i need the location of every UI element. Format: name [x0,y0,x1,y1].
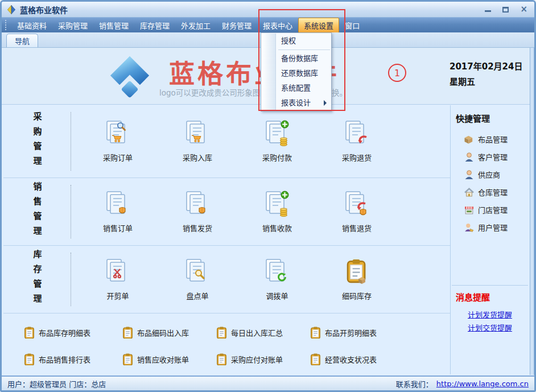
shortcut-piece-stock[interactable]: 细码库存 [317,258,397,301]
menu-item-system-config[interactable]: 系统配置 [261,81,331,96]
quick-fabric-management[interactable]: 布品管理 [451,130,530,148]
quick-item-label: 供应商 [478,169,500,180]
supplier-icon [464,170,474,179]
quick-item-label: 用户管理 [478,222,508,233]
fabric-box-icon [464,135,474,144]
system-settings-dropdown: 授权 备份数据库 还原数据库 系统配置 报表设计 [261,32,332,112]
window-title: 蓝格布业软件 [20,4,68,15]
section-inventory: 库存管理 开剪单 盘点单 调拨单 细码库存 [3,246,450,313]
tab-navigation[interactable]: 导航 [6,34,38,47]
shortcut-cutting-order[interactable]: 开剪单 [78,258,158,301]
doc-scissors-icon [104,258,131,286]
menu-inventory[interactable]: 库存管理 [134,18,175,33]
quick-store-management[interactable]: 门店管理 [451,201,530,218]
shortcut-label: 盘点单 [186,290,208,301]
quick-user-management[interactable]: 用户管理 [451,218,530,236]
shortcut-sales-order[interactable]: 销售订单 [78,191,158,233]
doc-payment-icon [263,191,291,218]
quick-item-label: 客户管理 [478,151,508,162]
contact-label: 联系我们： [396,378,433,389]
section-label: 销售管理 [31,182,43,241]
quick-item-label: 仓库管理 [478,187,508,197]
report-icon [217,353,226,365]
report-sales-ranking[interactable]: 布品销售排行表 [24,346,123,373]
submenu-arrow-icon [324,100,327,106]
shortcut-purchase-return[interactable]: 采购退货 [317,120,397,163]
quick-panel-title: 快捷管理 [456,112,490,124]
app-window: 蓝格布业软件 × 基础资料 采购管理 销售管理 库存管理 外发加工 财务管理 报… [0,0,536,392]
menu-item-authorization[interactable]: 授权 [261,34,331,48]
report-label: 布品开剪明细表 [325,327,377,338]
quick-customer-management[interactable]: 客户管理 [451,148,530,166]
shortcut-transfer-order[interactable]: 调拨单 [237,258,317,301]
report-stock-detail[interactable]: 布品库存明细表 [24,319,123,346]
website-link[interactable]: http://www.lange.com.cn [436,379,529,388]
quick-item-label: 布品管理 [478,134,508,145]
shortcut-sales-return[interactable]: 销售退货 [317,191,397,233]
dropdown-separator [278,49,330,50]
shortcut-label: 采购订单 [103,152,133,163]
scrollbar[interactable] [530,48,534,375]
quick-supplier[interactable]: 供应商 [451,166,530,183]
app-logo-icon [6,5,17,15]
report-label: 销售应收对账单 [137,354,189,365]
menu-item-restore-database[interactable]: 还原数据库 [261,66,331,81]
report-income-expense[interactable]: 经营收支状况表 [311,346,440,373]
section-purchase: 采购管理 采购订单 采购入库 采购付款 采购退货 [3,105,450,178]
doc-search-icon [184,258,211,286]
menu-bar: 基础资料 采购管理 销售管理 库存管理 外发加工 财务管理 报表中心 系统设置 … [2,18,534,32]
doc-package-icon [104,191,131,218]
report-label: 布品细码出入库 [137,327,189,338]
report-payable-statement[interactable]: 采购应付对账单 [217,346,311,373]
menu-system-settings[interactable]: 系统设置 [298,18,339,33]
tab-label: 导航 [15,35,30,46]
menu-item-report-design[interactable]: 报表设计 [261,96,331,110]
annotation-circle: 1 [388,64,406,82]
menu-item-label: 系统配置 [281,84,311,92]
minimize-button[interactable] [485,7,491,12]
doc-return-icon [343,120,370,147]
quick-warehouse-management[interactable]: 仓库管理 [451,183,530,201]
report-piece-inout[interactable]: 布品细码出入库 [123,319,217,346]
shortcut-label: 调拨单 [266,290,288,301]
doc-cart-search-icon [104,120,131,147]
shortcut-sales-delivery[interactable]: 销售发货 [158,191,237,233]
menu-window[interactable]: 窗口 [339,18,365,33]
annotation-number: 1 [394,68,400,79]
report-cutting-detail[interactable]: 布品开剪明细表 [311,319,440,346]
shortcut-stocktake[interactable]: 盘点单 [158,258,237,301]
quick-panel: 快捷管理 布品管理 客户管理 供应商 仓库管理 门店管理 用户管理 消息提醒 计… [450,105,530,374]
shortcut-label: 销售订单 [103,222,133,233]
report-daily-inout[interactable]: 每日出入库汇总 [217,319,311,346]
menu-item-label: 还原数据库 [281,69,318,77]
clipboard-stock-icon [343,258,370,286]
close-button[interactable]: × [520,5,527,14]
menu-finance[interactable]: 财务管理 [216,18,257,33]
menu-sales[interactable]: 销售管理 [93,18,134,33]
section-sales: 销售管理 销售订单 销售发货 销售收款 销售退货 [3,178,450,246]
report-label: 布品销售排行表 [39,354,90,365]
menu-outsourcing[interactable]: 外发加工 [175,18,216,33]
link-planned-shipment-reminder[interactable]: 计划发货提醒 [468,309,512,320]
menu-item-backup-database[interactable]: 备份数据库 [261,51,331,66]
title-bar: 蓝格布业软件 × [2,2,534,18]
shortcut-label: 采购付款 [262,152,292,163]
main-content: 采购管理 采购订单 采购入库 采购付款 采购退货 [3,105,450,313]
menu-purchase[interactable]: 采购管理 [52,18,93,33]
link-planned-delivery-reminder[interactable]: 计划交货提醒 [468,322,512,333]
sidebar-divider [452,285,528,286]
shortcut-label: 采购退货 [342,152,372,163]
report-receivable-statement[interactable]: 销售应收对账单 [123,346,217,373]
menu-reports[interactable]: 报表中心 [257,18,298,33]
toolbar-grip [5,20,8,30]
shortcut-purchase-inbound[interactable]: 采购入库 [158,120,237,163]
shortcut-purchase-payment[interactable]: 采购付款 [237,120,317,163]
doc-transfer-icon [263,258,291,286]
shortcut-label: 销售退货 [342,222,372,233]
shortcut-label: 销售收款 [262,222,292,233]
menu-base-data[interactable]: 基础资料 [11,18,52,33]
doc-payment-icon [263,120,291,147]
maximize-button[interactable] [502,7,509,13]
shortcut-purchase-order[interactable]: 采购订单 [78,120,158,163]
shortcut-sales-receipt[interactable]: 销售收款 [237,191,317,233]
